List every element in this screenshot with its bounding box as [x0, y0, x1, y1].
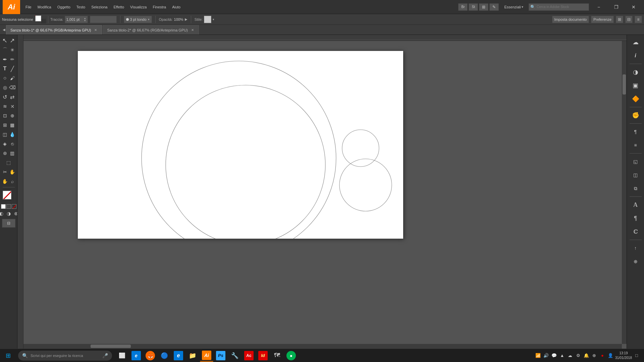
menu-effetto[interactable]: Effetto	[111, 4, 127, 10]
maps-btn[interactable]: 🗺	[270, 350, 284, 362]
direct-selection-tool[interactable]: ↗	[9, 36, 16, 45]
bridge-icon[interactable]: Br	[458, 3, 468, 11]
magic-wand-tool[interactable]: ✳	[9, 46, 16, 54]
restore-button[interactable]: ❐	[608, 2, 624, 12]
selection-tool[interactable]: ↖	[1, 36, 9, 45]
chart-tool[interactable]: ▦	[9, 121, 16, 129]
feather-icon[interactable]: ✎	[489, 3, 499, 11]
eraser-tool[interactable]: ⌫	[9, 83, 16, 92]
indesign-btn[interactable]: Id	[256, 350, 270, 362]
drawing-mode-btn[interactable]: ⊟	[2, 219, 15, 228]
lasso-tool[interactable]: ⌒	[1, 46, 9, 54]
free-transform-tool[interactable]: ⊡	[1, 111, 9, 120]
imposta-documento-button[interactable]: Imposta documento	[552, 16, 589, 23]
tab-1[interactable]: Sanza titolo-1* @ 66,67% (RGB/Anteprima …	[6, 25, 102, 35]
hand-tool[interactable]: ✋	[9, 168, 16, 176]
explorer-btn[interactable]: 📁	[186, 350, 199, 362]
small-top-circle[interactable]	[342, 130, 379, 167]
reflect-tool[interactable]: ⇄	[9, 93, 16, 101]
stile-chevron[interactable]: ▾	[213, 18, 214, 21]
align-right-icon[interactable]: ⊟	[625, 16, 633, 23]
search-stock-input[interactable]	[537, 5, 584, 9]
arrow-up-icon[interactable]: ▲	[559, 352, 566, 359]
white-swatch[interactable]	[1, 204, 6, 209]
menu-testo[interactable]: Testo	[74, 4, 88, 10]
libraries-btn[interactable]: ▣	[628, 79, 643, 92]
minimize-button[interactable]: −	[591, 2, 606, 12]
stock-icon[interactable]: St	[469, 3, 478, 11]
transform-btn[interactable]: ◱	[628, 156, 643, 168]
paragraph2-btn[interactable]: ¶	[628, 212, 643, 224]
shape-builder-tool[interactable]: ⊕	[9, 111, 16, 120]
task-view-btn[interactable]: ⬜	[115, 350, 129, 362]
notification-icon[interactable]: □	[633, 352, 640, 359]
ellipse-tool[interactable]: ○	[1, 74, 9, 82]
menu-oggetto[interactable]: Oggetto	[55, 4, 73, 10]
color-wheel-btn[interactable]: ◑	[628, 66, 643, 78]
none-swatch[interactable]	[12, 204, 16, 209]
firefox-btn[interactable]: 🦊	[144, 350, 157, 362]
width-tool[interactable]: ⤨	[9, 102, 16, 111]
ie-btn[interactable]: e	[129, 350, 143, 362]
tab-2-close[interactable]: ✕	[191, 28, 195, 32]
tabs-arrow-left[interactable]: ◀	[3, 28, 6, 32]
arrange-icon[interactable]: ⊞	[616, 16, 623, 23]
asset-export-btn[interactable]: 🔶	[628, 93, 643, 105]
perspective-grid-tool[interactable]: ⊞	[1, 121, 9, 129]
menu-modifica[interactable]: Modifica	[35, 4, 54, 10]
traccia-input[interactable]	[66, 17, 83, 21]
horizontal-scrollbar[interactable]	[23, 344, 622, 349]
large-outer-circle[interactable]	[142, 61, 336, 239]
warp-tool[interactable]: ≋	[1, 102, 9, 111]
stroke-style-selector[interactable]: 3 pt tondo ▾	[124, 16, 152, 23]
illustrator-taskbar-btn[interactable]: Ai	[200, 350, 213, 362]
column-graph[interactable]: ▥	[9, 149, 16, 158]
extra-icon4[interactable]: ●	[599, 352, 606, 359]
opacita-arrow-right[interactable]: ▶	[185, 17, 187, 21]
artboard-tool[interactable]: ⬚	[1, 158, 16, 167]
zoom-tool[interactable]: ⌕	[9, 177, 16, 186]
menu-visualizza[interactable]: Visualizza	[127, 4, 149, 10]
small-bottom-circle[interactable]	[339, 159, 392, 211]
blend-tool[interactable]: ◈	[1, 139, 9, 148]
paragraph-btn[interactable]: ¶	[628, 126, 643, 138]
large-inner-circle[interactable]	[166, 85, 325, 239]
pen-tool[interactable]: ✒	[1, 55, 9, 64]
edge-btn[interactable]: e	[172, 350, 185, 362]
paintbrush-tool[interactable]: 🖌	[9, 74, 16, 82]
acrobat-btn[interactable]: Ac	[242, 350, 256, 362]
vertical-scroll-thumb[interactable]	[623, 74, 626, 95]
foreground-color-swatch[interactable]	[3, 191, 11, 199]
chrome-btn[interactable]: 🔵	[158, 350, 171, 362]
traccia-stepper[interactable]: ▲▼	[84, 17, 86, 22]
gray-swatch[interactable]	[6, 204, 11, 209]
align-btn[interactable]: ≡	[628, 139, 643, 151]
menu-finestra[interactable]: Finestra	[150, 4, 169, 10]
volume-icon[interactable]: 🔊	[543, 352, 549, 359]
menu-file[interactable]: File	[23, 4, 34, 10]
rotate-tool[interactable]: ↺	[1, 93, 9, 101]
extra-icon2[interactable]: 🔔	[583, 352, 590, 359]
vertical-scrollbar[interactable]	[622, 41, 627, 344]
tab-2[interactable]: Sanza titolo-2* @ 66,67% (RGB/Anteprima …	[103, 25, 199, 35]
extra-icon3[interactable]: ⊕	[591, 352, 598, 359]
menu-aiuto[interactable]: Aiuto	[169, 4, 183, 10]
layers-btn[interactable]: ◫	[628, 169, 643, 181]
export-btn[interactable]: ↑	[628, 242, 643, 254]
text-tool[interactable]: T	[1, 64, 9, 73]
letter-a-btn[interactable]: A	[628, 199, 643, 211]
extra-icon1[interactable]: ⚙	[575, 352, 582, 359]
green-app-btn[interactable]: ●	[284, 350, 298, 362]
symbol-sprayer[interactable]: ⊛	[1, 149, 9, 158]
info-btn[interactable]: i	[628, 50, 643, 62]
measure-tool[interactable]: ⎋	[9, 139, 16, 148]
taskbar-search[interactable]: 🔍 Scrivi qui per eseguire la ricerca 🎤	[18, 351, 112, 361]
network-icon[interactable]: 📶	[535, 352, 541, 359]
workspace-chevron-icon[interactable]: ▾	[522, 5, 523, 9]
layers2-btn[interactable]: ⊕	[628, 255, 643, 267]
pattern-mode-icon[interactable]: ⊗	[13, 210, 18, 217]
layout-icon[interactable]: ⊞	[479, 3, 488, 11]
cloud-btn[interactable]: ☁	[628, 36, 643, 48]
panel-toggle-icon[interactable]: ≡	[635, 16, 642, 23]
preferenze-button[interactable]: Preferenze	[591, 16, 614, 23]
